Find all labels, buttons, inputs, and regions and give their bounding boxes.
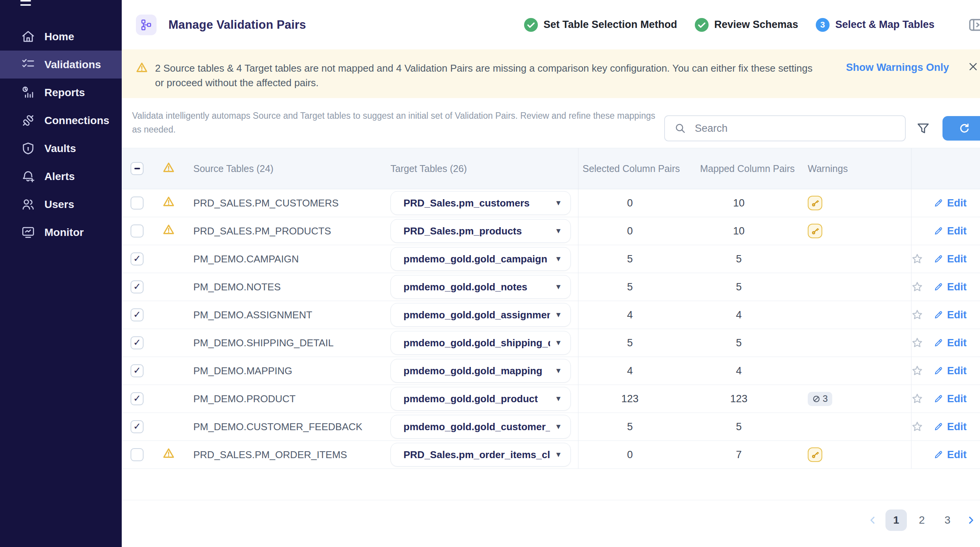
sidebar-item-label: Vaults [44,142,76,155]
validation-pairs-table: Source Tables (24) Target Tables (26) Se… [122,148,980,500]
table-row: PM_DEMO.CAMPAIGN pmdemo_gold.gold_campai… [122,245,980,273]
favorite-star-button[interactable] [911,421,923,433]
table-row: PM_DEMO.CUSTOMER_FEEDBACK pmdemo_gold.go… [122,413,980,441]
source-table-name: PM_DEMO.CUSTOMER_FEEDBACK [185,413,390,441]
source-table-name: PRD_SALES.PM_CUSTOMERS [185,189,390,217]
target-table-select[interactable]: PRD_Sales.pm_customers ▼ [390,191,571,215]
table-row: PRD_SALES.PM_PRODUCTS PRD_Sales.pm_produ… [122,217,980,245]
warning-text: 2 Source tables & 4 Target tables are no… [155,61,813,90]
source-table-name: PM_DEMO.CAMPAIGN [185,245,390,273]
edit-button[interactable]: Edit [933,309,967,321]
row-checkbox[interactable] [131,197,144,210]
selected-column-pairs-value: 5 [578,273,681,301]
favorite-star-button[interactable] [911,337,923,349]
refresh-button[interactable] [942,116,980,141]
sidebar-item-reports[interactable]: Reports [0,79,122,106]
target-table-select[interactable]: PRD_Sales.pm_products ▼ [390,219,571,243]
row-checkbox[interactable] [131,252,144,265]
step-select-and-map-tables[interactable]: 3 Select & Map Tables [816,18,934,32]
favorite-star-button[interactable] [911,365,923,377]
edit-button[interactable]: Edit [933,281,967,293]
selected-column-pairs-value: 0 [578,217,681,245]
sidebar-item-alerts[interactable]: Alerts [0,162,122,190]
edit-button[interactable]: Edit [933,449,967,461]
key-icon [811,199,820,208]
filter-button[interactable] [916,121,930,136]
edit-button[interactable]: Edit [933,253,967,265]
row-checkbox[interactable] [131,308,144,321]
sidebar-item-label: Validations [44,59,101,71]
sidebar-item-validations[interactable]: Validations [0,51,122,79]
row-checkbox[interactable] [131,392,144,405]
step-set-table-selection-method[interactable]: Set Table Selection Method [524,18,677,32]
column-header-warnings: Warnings [796,148,911,189]
select-all-checkbox[interactable] [131,162,144,175]
sidebar-item-label: Alerts [44,170,75,183]
check-icon [695,18,709,32]
edit-button[interactable]: Edit [933,393,967,405]
mapped-column-pairs-value: 4 [681,357,796,385]
next-page-button[interactable] [962,515,979,526]
favorite-star-button[interactable] [911,393,923,405]
page-1-button[interactable]: 1 [885,509,907,531]
sidebar-item-vaults[interactable]: Vaults [0,134,122,162]
selected-column-pairs-value: 5 [578,329,681,357]
pencil-icon [933,226,943,236]
edit-button[interactable]: Edit [933,225,967,237]
menu-icon[interactable] [20,0,31,8]
target-table-select[interactable]: pmdemo_gold.gold_customer_fe ▼ [390,415,571,439]
row-checkbox[interactable] [131,224,144,237]
sidebar-item-home[interactable]: Home [0,23,122,51]
pagination: 1 2 3 [122,509,980,531]
key-icon [811,450,820,459]
target-table-select[interactable]: pmdemo_gold.gold_product ▼ [390,387,571,411]
source-table-name: PM_DEMO.SHIPPING_DETAIL [185,329,390,357]
target-table-select[interactable]: PRD_Sales.pm_order_items_clea. ▼ [390,443,571,467]
edit-button[interactable]: Edit [933,421,967,433]
row-checkbox[interactable] [131,420,144,433]
row-checkbox[interactable] [131,336,144,349]
prev-page-button[interactable] [864,515,881,526]
search-input[interactable] [695,123,897,134]
chevron-down-icon: ▼ [555,395,562,403]
target-table-select[interactable]: pmdemo_gold.gold_assignment ▼ [390,303,571,327]
step-review-schemas[interactable]: Review Schemas [695,18,798,32]
table-body: PRD_SALES.PM_CUSTOMERS PRD_Sales.pm_cust… [122,189,980,469]
page-2-button[interactable]: 2 [911,509,933,531]
app-window: Home Validations Reports Connections Vau… [0,0,980,547]
sidebar-nav: Home Validations Reports Connections Vau… [0,23,122,246]
selected-column-pairs-value: 0 [578,189,681,217]
show-warnings-only-link[interactable]: Show Warnings Only [846,62,949,74]
check-icon [524,18,538,32]
step-label: Select & Map Tables [835,19,934,31]
row-checkbox[interactable] [131,280,144,293]
search-icon [674,122,686,134]
sidebar-item-label: Connections [44,115,109,127]
mapped-column-pairs-value: 10 [681,189,796,217]
sidebar-item-label: Users [44,198,74,211]
row-checkbox[interactable] [131,364,144,377]
column-header-target: Target Tables (26) [390,148,578,189]
favorite-star-button[interactable] [911,253,923,265]
row-checkbox[interactable] [131,448,144,461]
table-row: PM_DEMO.MAPPING pmdemo_gold.gold_mapping… [122,357,980,385]
target-table-select[interactable]: pmdemo_gold.gold_notes ▼ [390,275,571,299]
target-table-select[interactable]: pmdemo_gold.gold_shipping_de. ▼ [390,331,571,355]
sidebar-item-connections[interactable]: Connections [0,106,122,134]
target-table-value: pmdemo_gold.gold_mapping [403,365,542,377]
favorite-star-button[interactable] [911,281,923,293]
favorite-star-button[interactable] [911,309,923,321]
sidebar-item-monitor[interactable]: Monitor [0,218,122,246]
page-3-button[interactable]: 3 [937,509,958,531]
close-icon [967,61,979,72]
sidebar-item-users[interactable]: Users [0,190,122,218]
target-table-value: pmdemo_gold.gold_shipping_de. [403,337,550,349]
target-table-select[interactable]: pmdemo_gold.gold_mapping ▼ [390,359,571,383]
report-icon [21,85,35,100]
target-table-select[interactable]: pmdemo_gold.gold_campaign ▼ [390,247,571,271]
close-banner-button[interactable] [967,61,979,74]
edit-button[interactable]: Edit [933,197,967,209]
collapse-panel-button[interactable] [967,16,980,33]
edit-button[interactable]: Edit [933,337,967,349]
edit-button[interactable]: Edit [933,365,967,377]
